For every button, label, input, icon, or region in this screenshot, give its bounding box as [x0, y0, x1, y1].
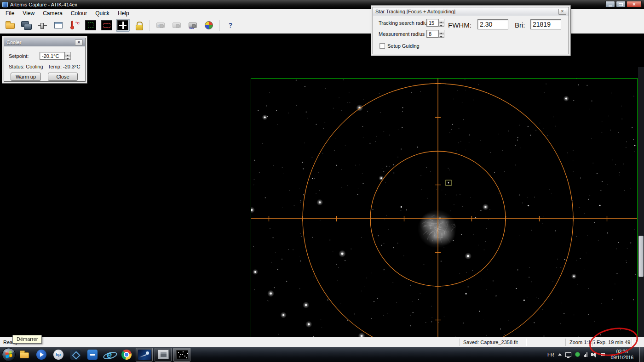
- loop-capture-button[interactable]: [170, 19, 184, 32]
- cooler-temp-text: Temp: -20.3°C: [48, 64, 80, 69]
- client-area: [0, 34, 644, 337]
- cooler-dialog-close-button[interactable]: Close: [48, 73, 78, 81]
- help-button[interactable]: ?: [224, 19, 237, 32]
- space-app-icon: [138, 350, 151, 360]
- taskbar-clock[interactable]: 03:26 09/11/2016: [609, 349, 636, 361]
- menu-help[interactable]: Help: [114, 9, 133, 17]
- window-maximize-button[interactable]: [616, 1, 626, 7]
- taskbar-item-artemis-capture[interactable]: [173, 348, 190, 362]
- toolbar-separator: [219, 20, 220, 31]
- multi-camera-button[interactable]: [19, 19, 33, 32]
- green-selection-icon: [85, 20, 96, 30]
- subframe-select-button[interactable]: [84, 19, 98, 32]
- window-title: Artemis Capture - ATIK-414ex: [10, 2, 77, 7]
- crosshair-icon: [117, 20, 128, 30]
- captured-image-view: [251, 78, 638, 360]
- spin-down-icon[interactable]: [438, 23, 444, 27]
- setpoint-label: Setpoint:: [9, 53, 29, 59]
- dark-app-icon: [70, 350, 80, 360]
- spin-up-icon[interactable]: [438, 19, 444, 23]
- taskbar-item-dark-app[interactable]: [67, 347, 84, 362]
- search-radius-input[interactable]: 15: [426, 19, 438, 27]
- status-zoom-level: Zoom 1:1.5: [566, 338, 592, 346]
- blue-app-icon: [87, 350, 98, 360]
- tray-volume-icon[interactable]: [591, 352, 597, 357]
- star-tracking-button[interactable]: [116, 19, 130, 32]
- tray-action-center-icon[interactable]: [601, 353, 605, 356]
- cooler-close-button[interactable]: ×: [75, 40, 83, 45]
- cooler-dialog-titlebar[interactable]: Cooler ×: [4, 38, 85, 46]
- snapshot-button[interactable]: [154, 19, 167, 32]
- slider-icon: [38, 22, 47, 29]
- tracking-dialog-titlebar[interactable]: Star Tracking [Focus + Autoguiding] ×: [373, 7, 569, 16]
- padlock-icon: [135, 21, 143, 30]
- taskbar-item-internet-explorer[interactable]: e: [101, 347, 118, 362]
- cooler-dialog: Cooler × Setpoint: -20.1°C Status: Cooli…: [4, 38, 86, 82]
- spin-up-icon[interactable]: [65, 52, 71, 56]
- vertical-scrollbar-thumb[interactable]: [638, 236, 644, 277]
- menu-file[interactable]: File: [1, 9, 18, 17]
- taskbar-item-running-gray-app[interactable]: [155, 348, 172, 362]
- chrome-icon: [121, 350, 132, 360]
- window-minimize-button[interactable]: [605, 1, 615, 7]
- spin-down-icon[interactable]: [438, 34, 444, 38]
- camera-icon: [172, 23, 181, 28]
- taskbar-item-running-space-app[interactable]: [136, 348, 153, 362]
- colour-synthesis-button[interactable]: [202, 19, 216, 32]
- spin-up-icon[interactable]: [438, 30, 444, 34]
- lock-button[interactable]: [132, 19, 146, 32]
- warm-up-button[interactable]: Warm up: [11, 73, 41, 81]
- setpoint-input[interactable]: -20.1°C: [40, 52, 65, 60]
- windows-flag-icon: [5, 351, 12, 358]
- menu-camera[interactable]: Camera: [39, 9, 67, 17]
- red-selection-icon: [101, 20, 112, 30]
- dialog-window-icon: [54, 22, 63, 28]
- artemis-capture-window: Artemis Capture - ATIK-414ex × File View…: [0, 0, 644, 362]
- open-file-button[interactable]: [3, 19, 17, 32]
- system-tray: FR 03:26 09/11/2016: [547, 347, 644, 362]
- setpoint-spinner: [65, 52, 71, 60]
- star-field-thumbnail-icon: [176, 350, 188, 359]
- camera-arrow-icon: [156, 23, 165, 28]
- capture-dialog-button[interactable]: [52, 19, 65, 32]
- tray-signal-icon[interactable]: [584, 352, 587, 357]
- windows-taskbar: hp e FR 03:26 09/11/2016: [0, 347, 644, 362]
- taskbar-item-explorer[interactable]: [16, 347, 33, 362]
- menu-colour[interactable]: Colour: [67, 9, 91, 17]
- tray-expand-icon[interactable]: [558, 353, 562, 356]
- setup-guiding-checkbox[interactable]: [380, 43, 385, 49]
- taskbar-item-media-player[interactable]: [33, 347, 50, 362]
- taskbar-item-chrome[interactable]: [118, 347, 135, 362]
- taskbar-item-blue-app[interactable]: [84, 347, 101, 362]
- menu-view[interactable]: View: [18, 9, 39, 17]
- tray-shield-icon[interactable]: [575, 352, 580, 357]
- internet-explorer-icon: e: [104, 349, 115, 360]
- taskbar-item-hp[interactable]: hp: [50, 347, 67, 362]
- tracking-close-button[interactable]: ×: [558, 9, 566, 15]
- media-player-icon: [36, 350, 46, 360]
- tray-monitor-icon[interactable]: [565, 352, 571, 357]
- measure-radius-input[interactable]: 8: [426, 30, 438, 38]
- measure-radius-spinner: [438, 30, 444, 38]
- explorer-folder-icon: [20, 352, 29, 358]
- zoom-region-button[interactable]: [100, 19, 114, 32]
- language-indicator[interactable]: FR: [547, 352, 554, 357]
- cooler-dialog-title: Cooler: [6, 40, 21, 45]
- exposure-slider-button[interactable]: [35, 19, 49, 32]
- help-icon: ?: [229, 22, 233, 29]
- window-close-button[interactable]: ×: [627, 1, 642, 7]
- spin-down-icon[interactable]: [65, 56, 71, 60]
- bri-value: 21819: [530, 19, 561, 29]
- sequence-capture-button[interactable]: 123: [186, 19, 200, 32]
- status-exposure-time: Exp. 19 min 49: [593, 338, 631, 346]
- show-desktop-button[interactable]: [639, 347, 644, 362]
- cooler-dialog-body: Setpoint: -20.1°C Status: Cooling Temp: …: [4, 46, 85, 82]
- vertical-scrollbar[interactable]: [638, 67, 644, 362]
- fwhm-value: 2.30: [477, 19, 508, 29]
- cooler-button[interactable]: °C: [68, 19, 81, 32]
- folder-icon: [6, 23, 15, 29]
- close-icon: ×: [632, 2, 635, 7]
- start-button[interactable]: [2, 348, 16, 362]
- menu-quick[interactable]: Quick: [91, 9, 114, 17]
- setup-guiding-label: Setup Guiding: [387, 43, 420, 49]
